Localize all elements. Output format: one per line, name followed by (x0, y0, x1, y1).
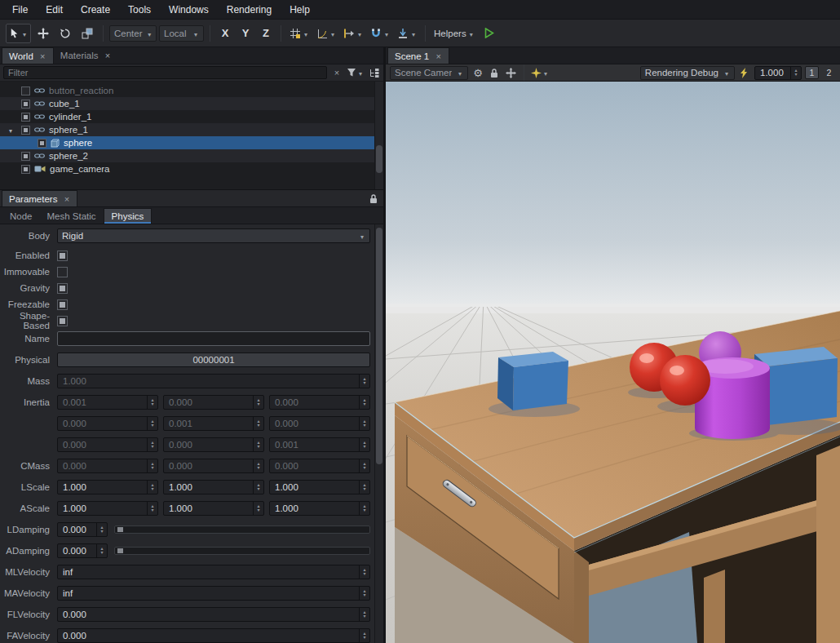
lock-icon[interactable] (369, 193, 378, 204)
visibility-checkbox[interactable] (38, 139, 46, 148)
spinner-arrows[interactable] (359, 375, 369, 388)
expander-icon[interactable] (9, 125, 17, 135)
tree-item-sphere[interactable]: sphere (0, 136, 383, 149)
inertia-zz-spinner[interactable]: 0.001 (269, 437, 370, 452)
camera-settings-button[interactable]: ⚙ (471, 65, 484, 80)
space-dropdown[interactable]: Local (159, 25, 204, 42)
mass-spinner[interactable]: 1.000 (57, 374, 370, 388)
viewport-layout-1-button[interactable]: 1 (805, 66, 819, 79)
viewport-layout-2-button[interactable]: 2 (822, 66, 836, 79)
spinner-arrows[interactable] (253, 396, 263, 409)
body-dropdown[interactable]: Rigid (57, 228, 370, 243)
menu-windows[interactable]: Windows (160, 1, 218, 19)
tab-materials[interactable]: Materials (54, 47, 118, 64)
mavelocity-spinner[interactable]: inf (57, 586, 370, 601)
flvelocity-spinner[interactable]: 0.000 (57, 607, 370, 622)
axis-z-button[interactable]: Z (257, 24, 275, 42)
menu-rendering[interactable]: Rendering (218, 1, 281, 19)
freezable-checkbox[interactable] (57, 299, 68, 310)
tree-item-sphere-2[interactable]: sphere_2 (0, 149, 383, 162)
simulation-speed-button[interactable] (738, 65, 751, 80)
play-button[interactable] (480, 24, 499, 43)
scrollbar-thumb[interactable] (376, 228, 382, 464)
move-tool-button[interactable] (33, 24, 53, 43)
menu-edit[interactable]: Edit (37, 1, 72, 19)
slider-thumb[interactable] (117, 527, 123, 532)
close-icon[interactable] (104, 51, 111, 60)
hierarchy-options-button[interactable] (367, 65, 380, 80)
drop-to-ground-button[interactable] (395, 24, 419, 43)
spinner-arrows[interactable] (147, 417, 157, 430)
inertia-zx-spinner[interactable]: 0.000 (57, 437, 158, 452)
spinner-arrows[interactable] (359, 438, 369, 451)
spinner-arrows[interactable] (359, 459, 369, 472)
ldamping-slider[interactable] (114, 525, 370, 534)
menu-tools[interactable]: Tools (119, 1, 160, 19)
select-tool-button[interactable] (6, 24, 31, 43)
inertia-xz-spinner[interactable]: 0.000 (269, 395, 370, 410)
close-icon[interactable] (39, 51, 46, 61)
tree-item-game-camera[interactable]: game_camera (0, 162, 383, 175)
helpers-dropdown[interactable]: Helpers (431, 24, 477, 43)
lscale-z-spinner[interactable]: 1.000 (269, 480, 370, 494)
name-input[interactable] (57, 331, 370, 346)
close-icon[interactable] (63, 194, 70, 204)
close-icon[interactable] (435, 51, 442, 61)
tree-item-sphere-1[interactable]: sphere_1 (0, 123, 383, 136)
move-snap-button[interactable] (341, 24, 365, 43)
subtab-mesh-static[interactable]: Mesh Static (40, 208, 104, 224)
enabled-checkbox[interactable] (57, 251, 68, 261)
spinner-arrows[interactable] (253, 438, 263, 451)
spinner-arrows[interactable] (359, 629, 369, 642)
scene-camera-dropdown[interactable]: Scene Camera (390, 66, 468, 80)
visibility-checkbox[interactable] (21, 86, 30, 95)
cmass-y-spinner[interactable]: 0.000 (163, 459, 264, 473)
inertia-xy-spinner[interactable]: 0.000 (163, 395, 264, 410)
spinner-arrows[interactable] (96, 544, 107, 557)
spinner-arrows[interactable] (253, 459, 263, 472)
tab-scene-1[interactable]: Scene 1 (387, 47, 449, 64)
scrollbar-thumb[interactable] (376, 145, 382, 173)
spinner-arrows[interactable] (790, 67, 801, 79)
menu-help[interactable]: Help (281, 1, 319, 19)
lscale-y-spinner[interactable]: 1.000 (163, 480, 264, 494)
ldamping-spinner[interactable]: 0.000 (57, 522, 108, 537)
physical-group-field[interactable]: 00000001 (57, 353, 370, 367)
lscale-x-spinner[interactable]: 1.000 (57, 480, 158, 494)
subtab-node[interactable]: Node (2, 208, 40, 224)
blue-cube-left[interactable] (497, 352, 568, 410)
spinner-arrows[interactable] (147, 396, 157, 409)
tree-item-cube-1[interactable]: cube_1 (0, 97, 383, 110)
adamping-slider[interactable] (114, 547, 370, 555)
ascale-z-spinner[interactable]: 1.000 (269, 501, 370, 516)
shape-based-checkbox[interactable] (57, 316, 68, 326)
lock-camera-button[interactable] (488, 65, 501, 80)
transform-tool-dropdown[interactable] (531, 65, 549, 80)
spinner-arrows[interactable] (147, 481, 157, 494)
tab-parameters[interactable]: Parameters (2, 190, 77, 206)
cmass-z-spinner[interactable]: 0.000 (269, 459, 370, 473)
spinner-arrows[interactable] (359, 481, 369, 494)
scale-tool-button[interactable] (77, 24, 97, 43)
visibility-checkbox[interactable] (21, 100, 30, 109)
form-scrollbar[interactable] (374, 224, 383, 643)
spinner-arrows[interactable] (359, 502, 369, 515)
angle-snap-button[interactable] (314, 24, 338, 43)
tree-item-button-reaction[interactable]: button_reaction (0, 84, 383, 97)
spinner-arrows[interactable] (253, 502, 263, 515)
spinner-arrows[interactable] (359, 417, 369, 430)
mlvelocity-spinner[interactable]: inf (57, 565, 370, 579)
slider-thumb[interactable] (117, 548, 123, 553)
tree-item-cylinder-1[interactable]: cylinder_1 (0, 110, 383, 123)
rendering-debug-dropdown[interactable]: Rendering Debug (640, 66, 735, 80)
spinner-arrows[interactable] (359, 608, 369, 621)
adamping-spinner[interactable]: 0.000 (57, 543, 108, 558)
ascale-x-spinner[interactable]: 1.000 (57, 501, 158, 516)
spinner-arrows[interactable] (359, 587, 369, 600)
rotate-tool-button[interactable] (55, 24, 75, 43)
inertia-xx-spinner[interactable]: 0.001 (57, 395, 158, 410)
filter-options-button[interactable] (347, 65, 364, 80)
cmass-x-spinner[interactable]: 0.000 (57, 459, 158, 473)
spinner-arrows[interactable] (253, 417, 263, 430)
free-move-button[interactable] (504, 65, 517, 80)
